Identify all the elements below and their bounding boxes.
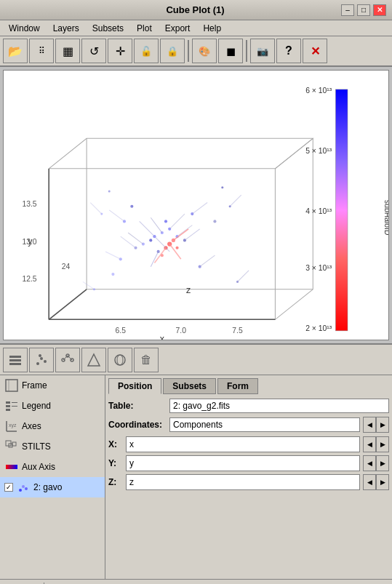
tab-subsets[interactable]: Subsets (163, 378, 216, 394)
close-button[interactable]: ✕ (373, 4, 386, 16)
connect-button[interactable] (55, 348, 80, 372)
svg-text:4 × 10¹³: 4 × 10¹³ (305, 207, 332, 215)
menu-plot[interactable]: Plot (131, 22, 158, 35)
sidebar-item-legend[interactable]: Legend (0, 396, 105, 416)
layer-visible-checkbox[interactable]: ✓ (4, 483, 13, 492)
layer-2-label: 2: gavo (33, 482, 62, 492)
z-nav-arrows: ◀ ▶ (363, 474, 389, 490)
x-prev-button[interactable]: ◀ (363, 436, 376, 452)
svg-text:z: z (186, 285, 191, 295)
sidebar-item-aux-axis[interactable]: Aux Axis (0, 457, 105, 477)
layer-toolbar: 🗑 (0, 345, 392, 375)
svg-point-87 (115, 355, 125, 365)
shape-button[interactable] (81, 348, 106, 372)
delete-layer-button[interactable]: 🗑 (134, 348, 159, 372)
sidebar-item-stilts[interactable]: STILTS (0, 436, 105, 457)
svg-text:13.0: 13.0 (22, 238, 36, 246)
dots-button[interactable]: ⠿ (29, 39, 54, 63)
maximize-button[interactable]: □ (357, 4, 370, 16)
tab-form[interactable]: Form (217, 378, 258, 394)
lock-open-button[interactable]: 🔓 (134, 39, 159, 63)
z-label: Z: (108, 477, 123, 487)
sidebar-item-frame[interactable]: Frame (0, 375, 105, 396)
open-button[interactable]: 📂 (3, 39, 28, 63)
legend-label: Legend (22, 401, 51, 411)
menu-subsets[interactable]: Subsets (87, 22, 129, 35)
z-coord-row: Z: ◀ ▶ (108, 474, 389, 490)
brush-button[interactable]: ◼ (218, 39, 243, 63)
svg-rect-91 (6, 401, 10, 404)
menu-export[interactable]: Export (159, 22, 196, 35)
svg-point-29 (213, 220, 216, 223)
table-select[interactable]: 2: gavo_g2.fits (169, 399, 389, 413)
svg-rect-101 (12, 442, 16, 446)
color-button[interactable]: 🎨 (192, 39, 217, 63)
sphere-button[interactable] (108, 348, 132, 372)
svg-rect-102 (6, 465, 17, 469)
coords-dropdown-wrap: Components (169, 417, 360, 432)
coords-next-button[interactable]: ▶ (376, 417, 389, 433)
svg-point-104 (22, 485, 25, 488)
y-prev-button[interactable]: ◀ (363, 455, 376, 471)
svg-text:7.5: 7.5 (232, 327, 243, 335)
status-bar: Position: Count: 605 / 1,915 (0, 579, 392, 584)
frame-label: Frame (22, 380, 47, 391)
menu-help[interactable]: Help (197, 22, 227, 35)
svg-point-103 (19, 489, 22, 492)
y-input-wrap (126, 455, 360, 471)
x-next-button[interactable]: ▶ (376, 436, 389, 452)
table-label: Table: (108, 401, 167, 411)
z-field[interactable] (126, 474, 360, 490)
svg-point-80 (39, 354, 41, 357)
scatter-button[interactable] (29, 348, 54, 372)
help-button[interactable]: ? (276, 39, 301, 63)
title-bar: Cube Plot (1) – □ ✕ (0, 0, 392, 20)
svg-text:24: 24 (62, 263, 71, 271)
coords-label: Coordinates: (108, 420, 167, 430)
svg-point-17 (157, 250, 160, 253)
svg-line-85 (68, 356, 72, 360)
menu-window[interactable]: Window (3, 22, 46, 35)
sidebar-item-layer-2[interactable]: ✓ 2: gavo (0, 477, 105, 497)
menu-layers[interactable]: Layers (47, 22, 85, 35)
layer-data-icon (16, 480, 31, 495)
svg-point-52 (221, 186, 223, 188)
bottom-panel: 🗑 Frame Legend xyz Axes (0, 343, 392, 580)
bottom-content: Frame Legend xyz Axes STILTS (0, 375, 392, 579)
move-button[interactable]: ✛ (108, 39, 132, 63)
layer-list-button[interactable] (3, 348, 28, 372)
svg-text:7.0: 7.0 (176, 327, 187, 335)
svg-rect-89 (6, 380, 17, 391)
sidebar-item-axes[interactable]: xyz Axes (0, 416, 105, 436)
aux-icon (4, 460, 19, 474)
frame-icon (4, 378, 19, 393)
svg-text:12.5: 12.5 (22, 275, 36, 283)
camera-button[interactable]: 📷 (250, 39, 275, 63)
svg-point-105 (25, 487, 28, 490)
coords-select[interactable]: Components (169, 417, 360, 432)
svg-point-78 (40, 357, 43, 360)
svg-text:2 × 10¹³: 2 × 10¹³ (305, 324, 332, 332)
minimize-button[interactable]: – (341, 4, 354, 16)
coords-prev-button[interactable]: ◀ (363, 417, 376, 433)
svg-text:x: x (160, 334, 165, 340)
lock-button[interactable]: 🔒 (160, 39, 185, 63)
svg-point-51 (108, 190, 111, 192)
z-next-button[interactable]: ▶ (376, 474, 389, 490)
coords-nav-arrows: ◀ ▶ (363, 417, 389, 433)
close-toolbar-button[interactable]: ✕ (303, 39, 327, 63)
y-next-button[interactable]: ▶ (376, 455, 389, 471)
grid-button[interactable]: ▦ (55, 39, 80, 63)
svg-point-22 (175, 247, 178, 249)
refresh-button[interactable]: ↺ (81, 39, 106, 63)
menu-bar: Window Layers Subsets Plot Export Help (0, 20, 392, 36)
z-prev-button[interactable]: ◀ (363, 474, 376, 490)
table-row: Table: 2: gavo_g2.fits (108, 399, 389, 413)
left-sidebar: Frame Legend xyz Axes STILTS (0, 375, 105, 579)
layer-checkbox-group: ✓ (4, 483, 13, 492)
x-field[interactable] (126, 436, 360, 452)
y-coord-row: Y: ◀ ▶ (108, 455, 389, 471)
tab-position[interactable]: Position (108, 378, 161, 394)
y-field[interactable] (126, 455, 360, 471)
toolbar-separator-2 (246, 40, 247, 62)
